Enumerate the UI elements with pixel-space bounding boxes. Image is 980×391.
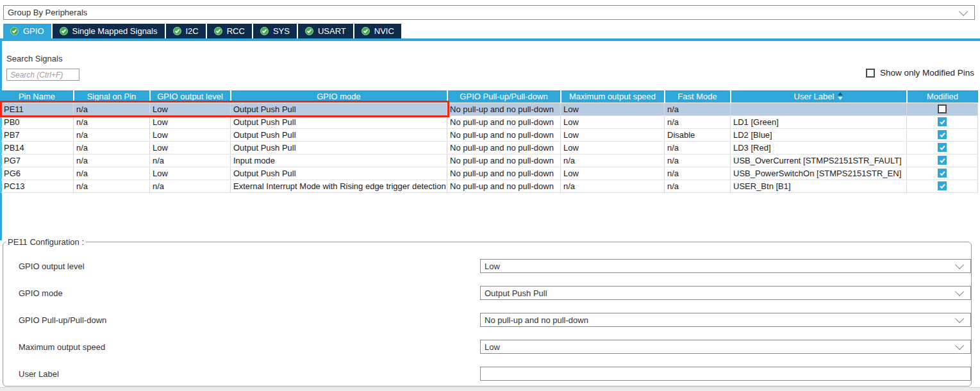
cell-modified xyxy=(907,141,978,154)
cell-label xyxy=(731,103,907,115)
cell-signal: n/a xyxy=(74,179,150,192)
tab-label: NVIC xyxy=(374,26,394,36)
config-select-value: Low xyxy=(481,262,955,271)
column-header-user-label[interactable]: User Label xyxy=(731,90,907,103)
modified-checkbox[interactable] xyxy=(938,181,947,190)
cell-pull: No pull-up and no pull-down xyxy=(447,141,561,154)
table-row-pg7[interactable]: PG7n/an/aInput modeNo pull-up and no pul… xyxy=(1,154,978,167)
config-label-gpio-output-level: GPIO output level xyxy=(19,262,85,271)
table-row-pe11[interactable]: PE11n/aLowOutput Push PullNo pull-up and… xyxy=(1,103,978,115)
cell-pull: No pull-up and no pull-down xyxy=(447,179,561,192)
show-only-modified-checkbox[interactable] xyxy=(866,69,875,78)
column-header-label: GPIO mode xyxy=(317,92,361,101)
cell-pin: PG6 xyxy=(1,167,74,179)
table-row-pc13[interactable]: PC13n/an/aExternal Interrupt Mode with R… xyxy=(1,179,978,192)
peripheral-tabbar: GPIOSingle Mapped SignalsI2CRCCSYSUSARTN… xyxy=(3,24,401,38)
modified-checkbox[interactable] xyxy=(938,117,947,126)
check-icon xyxy=(939,170,946,177)
cell-speed: Low xyxy=(561,141,665,154)
gpio-pins-table: Pin NameSignal on PinGPIO output levelGP… xyxy=(1,90,977,193)
cell-level: Low xyxy=(150,103,231,115)
config-input-user-label[interactable] xyxy=(480,367,971,381)
column-header-gpio-mode[interactable]: GPIO mode xyxy=(231,90,447,103)
column-header-maximum-output-speed[interactable]: Maximum output speed xyxy=(561,90,665,103)
cell-pin: PE11 xyxy=(1,103,74,115)
cell-signal: n/a xyxy=(74,103,150,115)
cell-signal: n/a xyxy=(74,167,150,179)
config-select-value: Low xyxy=(481,342,955,352)
show-only-modified-filter[interactable]: Show only Modified Pins xyxy=(866,68,974,78)
config-label-gpio-mode: GPIO mode xyxy=(19,288,63,298)
search-input[interactable] xyxy=(6,69,79,81)
cell-modified xyxy=(907,154,978,167)
tab-single-mapped-signals[interactable]: Single Mapped Signals xyxy=(53,24,165,38)
chevron-down-icon xyxy=(959,6,968,15)
check-circle-icon xyxy=(60,27,68,35)
modified-checkbox[interactable] xyxy=(938,130,947,139)
modified-checkbox[interactable] xyxy=(938,104,947,113)
cell-pin: PG7 xyxy=(1,154,74,167)
table-row-pg6[interactable]: PG6n/aLowOutput Push PullNo pull-up and … xyxy=(1,167,978,179)
table-row-pb0[interactable]: PB0n/aLowOutput Push PullNo pull-up and … xyxy=(1,115,978,128)
cell-pull: No pull-up and no pull-down xyxy=(447,103,561,115)
cell-mode: Output Push Pull xyxy=(231,141,447,154)
group-by-select[interactable]: Group By Peripherals xyxy=(3,5,975,20)
cell-level: Low xyxy=(150,167,231,179)
cell-speed: n/a xyxy=(561,179,665,192)
cell-modified xyxy=(907,103,978,115)
config-select-value: Output Push Pull xyxy=(481,288,955,298)
column-header-label: Modified xyxy=(927,92,958,101)
modified-checkbox[interactable] xyxy=(938,156,947,165)
cell-level: Low xyxy=(150,128,231,141)
cell-label: LD3 [Red] xyxy=(731,141,907,154)
check-icon xyxy=(939,157,946,164)
tab-sys[interactable]: SYS xyxy=(253,24,297,38)
modified-checkbox[interactable] xyxy=(938,143,947,152)
cell-level: Low xyxy=(150,115,231,128)
modified-checkbox[interactable] xyxy=(938,169,947,178)
cell-signal: n/a xyxy=(74,128,150,141)
bottom-scrollbar-strip[interactable] xyxy=(0,387,980,391)
cell-pull: No pull-up and no pull-down xyxy=(447,167,561,179)
config-select-gpio-mode[interactable]: Output Push Pull xyxy=(480,286,971,300)
cell-signal: n/a xyxy=(74,154,150,167)
show-only-modified-label: Show only Modified Pins xyxy=(880,68,974,78)
column-header-fast-mode[interactable]: Fast Mode xyxy=(665,90,731,103)
check-circle-icon xyxy=(260,27,269,35)
config-select-gpio-output-level[interactable]: Low xyxy=(480,259,971,273)
config-select-maximum-output-speed[interactable]: Low xyxy=(480,340,971,354)
column-header-label: GPIO output level xyxy=(157,92,223,101)
search-signals-label: Search Signals xyxy=(6,54,62,63)
cell-modified xyxy=(907,167,978,179)
column-header-modified[interactable]: Modified xyxy=(907,90,978,103)
chevron-down-icon xyxy=(955,314,964,323)
cell-signal: n/a xyxy=(74,141,150,154)
tab-nvic[interactable]: NVIC xyxy=(354,24,401,38)
cell-pull: No pull-up and no pull-down xyxy=(447,154,561,167)
table-row-pb7[interactable]: PB7n/aLowOutput Push PullNo pull-up and … xyxy=(1,128,978,141)
table-row-pb14[interactable]: PB14n/aLowOutput Push PullNo pull-up and… xyxy=(1,141,978,154)
chevron-down-icon xyxy=(955,260,964,269)
tab-rcc[interactable]: RCC xyxy=(207,24,252,38)
cell-fast: n/a xyxy=(665,167,731,179)
config-select-gpio-pull-up-pull-down[interactable]: No pull-up and no pull-down xyxy=(480,313,971,327)
cell-label: USER_Btn [B1] xyxy=(731,179,907,192)
check-icon xyxy=(939,131,946,138)
column-header-gpio-pull-up-pull-down[interactable]: GPIO Pull-up/Pull-down xyxy=(447,90,561,103)
tab-gpio[interactable]: GPIO xyxy=(3,24,51,38)
tab-label: I2C xyxy=(186,26,199,36)
check-icon xyxy=(939,119,946,126)
config-label-maximum-output-speed: Maximum output speed xyxy=(19,342,105,352)
sort-arrows-icon xyxy=(838,92,843,100)
column-header-gpio-output-level[interactable]: GPIO output level xyxy=(150,90,231,103)
tab-i2c[interactable]: I2C xyxy=(166,24,206,38)
column-header-pin-name[interactable]: Pin Name xyxy=(1,90,74,103)
check-circle-icon xyxy=(214,27,222,35)
cell-level: n/a xyxy=(150,154,231,167)
tab-usart[interactable]: USART xyxy=(298,24,353,38)
config-select-value: No pull-up and no pull-down xyxy=(481,315,955,325)
cell-fast: n/a xyxy=(665,103,731,115)
column-header-signal-on-pin[interactable]: Signal on Pin xyxy=(74,90,150,103)
cell-label: USB_PowerSwitchOn [STMPS2151STR_EN] xyxy=(731,167,907,179)
cell-mode: Input mode xyxy=(231,154,447,167)
